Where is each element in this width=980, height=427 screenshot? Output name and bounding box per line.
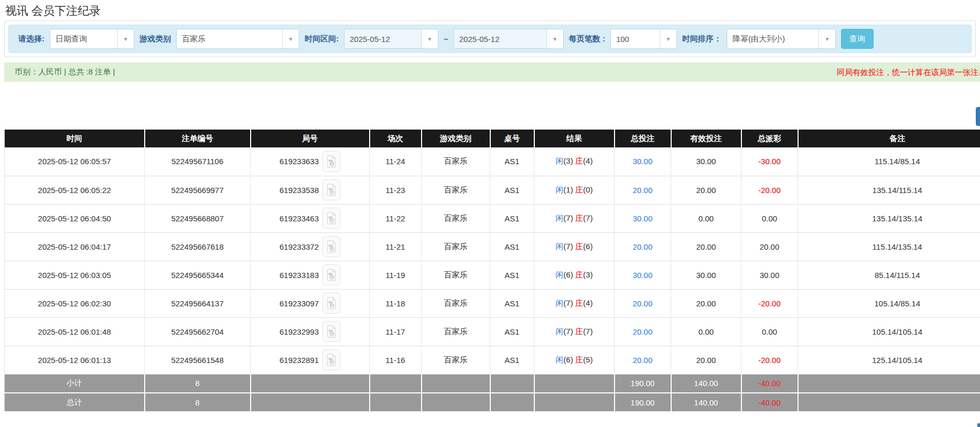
round-number: 619233372: [279, 242, 319, 251]
cell-remark: 105.14/105.14: [798, 317, 980, 346]
column-header: 总派彩: [741, 130, 798, 147]
summary-cell: -40.00: [741, 393, 798, 412]
time-sort-label: 时间排序：: [682, 34, 721, 44]
summary-row: 总计8190.00140.00-40.00: [5, 393, 980, 412]
query-type-select[interactable]: 日期查询 ▼: [50, 29, 134, 49]
cell-valid-bet: 20.00: [671, 232, 741, 261]
chevron-down-icon[interactable]: ▼: [421, 29, 438, 48]
cell-result: 闲(6) 庄(5): [534, 346, 615, 374]
date-from-value: 2025-05-12: [344, 29, 421, 48]
total-bet-link[interactable]: 20.00: [633, 242, 653, 251]
result-text: 闲(7) 庄(6): [556, 242, 593, 251]
cell-result: 闲(7) 庄(7): [534, 204, 615, 232]
cell-remark: 125.14/105.14: [798, 346, 980, 374]
video-replay-button[interactable]: [322, 236, 340, 257]
total-bet-link[interactable]: 20.00: [633, 356, 653, 365]
currency-summary-text: 币别：人民币 | 总共 :8 注单 |: [15, 67, 115, 77]
summary-cell: 140.00: [671, 374, 741, 393]
cell-total-bet: 20.00: [615, 346, 671, 374]
round-number: 619232891: [279, 356, 319, 365]
total-bet-link[interactable]: 20.00: [633, 186, 653, 195]
round-number: 619233633: [279, 157, 319, 166]
chevron-down-icon[interactable]: ▼: [117, 29, 134, 48]
summary-cell: [534, 374, 615, 393]
cell-remark: 115.14/135.14: [798, 232, 980, 261]
video-replay-button[interactable]: [322, 264, 340, 285]
summary-cell: -40.00: [741, 374, 798, 393]
cell-result: 闲(7) 庄(7): [534, 317, 615, 346]
cell-table-number: AS1: [490, 289, 534, 317]
export-button-clipped[interactable]: [976, 107, 980, 126]
summary-label: 总计: [5, 393, 145, 412]
total-bet-link[interactable]: 30.00: [633, 157, 653, 166]
column-header: 注单编号: [145, 130, 251, 147]
video-replay-button[interactable]: [322, 321, 340, 342]
chevron-down-icon[interactable]: ▼: [819, 29, 835, 48]
summary-cell: 140.00: [671, 393, 741, 412]
cell-round-number: 619233463: [251, 204, 370, 232]
cell-session: 11-19: [370, 261, 422, 289]
summary-cell: [798, 374, 980, 393]
chevron-down-icon[interactable]: ▼: [546, 29, 563, 48]
total-bet-link[interactable]: 30.00: [633, 271, 653, 280]
cell-table-number: AS1: [490, 176, 534, 204]
game-category-label: 游戏类别: [139, 34, 171, 44]
page-size-select[interactable]: 100 ▼: [610, 29, 677, 49]
chevron-down-icon[interactable]: ▼: [282, 29, 299, 48]
cell-table-number: AS1: [490, 317, 534, 346]
cell-time: 2025-05-12 06:03:05: [5, 261, 145, 289]
date-to-value: 2025-05-12: [454, 29, 546, 48]
chevron-down-icon[interactable]: ▼: [660, 29, 676, 48]
cell-time: 2025-05-12 06:05:57: [5, 147, 145, 176]
pagination-element-clipped[interactable]: [977, 423, 980, 427]
video-replay-button[interactable]: [322, 208, 340, 229]
total-bet-link[interactable]: 30.00: [633, 214, 653, 223]
cell-session: 11-17: [370, 317, 422, 346]
video-file-icon: [326, 297, 337, 309]
time-range-label: 时间区间:: [305, 34, 339, 44]
cell-game-category: 百家乐: [422, 176, 490, 204]
video-replay-button[interactable]: [322, 293, 340, 314]
total-bet-link[interactable]: 20.00: [633, 327, 653, 336]
result-text: 闲(7) 庄(7): [556, 214, 593, 222]
cell-bet-number: 522495661548: [145, 346, 251, 374]
cell-total-payout: 30.00: [741, 261, 798, 289]
cell-result: 闲(7) 庄(6): [534, 232, 615, 261]
game-category-value: 百家乐: [177, 29, 282, 48]
time-sort-select[interactable]: 降幂(由大到小) ▼: [727, 29, 836, 49]
cell-total-payout: -20.00: [741, 346, 798, 374]
table-footer: 小计8190.00140.00-40.00总计8190.00140.00-40.…: [5, 374, 980, 412]
column-header: 场次: [370, 130, 422, 147]
total-bet-link[interactable]: 20.00: [633, 299, 653, 308]
valid-bet-notice: 同局有效投注，统一计算在该局第一张注单中: [837, 68, 980, 78]
video-replay-button[interactable]: [322, 151, 340, 172]
video-file-icon: [326, 212, 337, 225]
date-to-select[interactable]: 2025-05-12 ▼: [454, 29, 564, 49]
filter-bar: 请选择: 日期查询 ▼ 游戏类别 百家乐 ▼ 时间区间: 2025-05-12 …: [8, 25, 972, 53]
game-category-select[interactable]: 百家乐 ▼: [176, 29, 299, 49]
time-sort-value: 降幂(由大到小): [727, 29, 819, 48]
bet-records-table: 时间注单编号局号场次游戏类别桌号结果总投注有效投注总派彩备注 2025-05-1…: [4, 130, 980, 412]
date-from-select[interactable]: 2025-05-12 ▼: [344, 29, 438, 49]
cell-round-number: 619233633: [251, 147, 370, 176]
table-row: 2025-05-12 06:03:05522495665344619233183…: [5, 261, 980, 289]
round-number: 619233097: [279, 299, 319, 308]
summary-cell: 8: [145, 374, 251, 393]
cell-bet-number: 522495664137: [145, 289, 251, 317]
table-row: 2025-05-12 06:02:30522495664137619233097…: [5, 289, 980, 317]
query-type-label: 请选择:: [18, 34, 45, 44]
result-text: 闲(7) 庄(7): [556, 327, 593, 336]
cell-time: 2025-05-12 06:04:17: [5, 232, 145, 261]
cell-bet-number: 522495669977: [145, 176, 251, 204]
round-number: 619233183: [279, 271, 319, 280]
video-replay-button[interactable]: [322, 349, 340, 370]
table-body: 2025-05-12 06:05:57522495671106619233633…: [5, 147, 980, 374]
search-button[interactable]: 查询: [841, 29, 874, 49]
result-text: 闲(6) 庄(3): [556, 270, 593, 279]
query-type-value: 日期查询: [50, 29, 117, 48]
cell-round-number: 619232993: [251, 317, 370, 346]
summary-cell: [490, 393, 534, 412]
video-file-icon: [326, 354, 337, 366]
cell-result: 闲(7) 庄(4): [534, 289, 615, 317]
video-replay-button[interactable]: [322, 179, 340, 200]
